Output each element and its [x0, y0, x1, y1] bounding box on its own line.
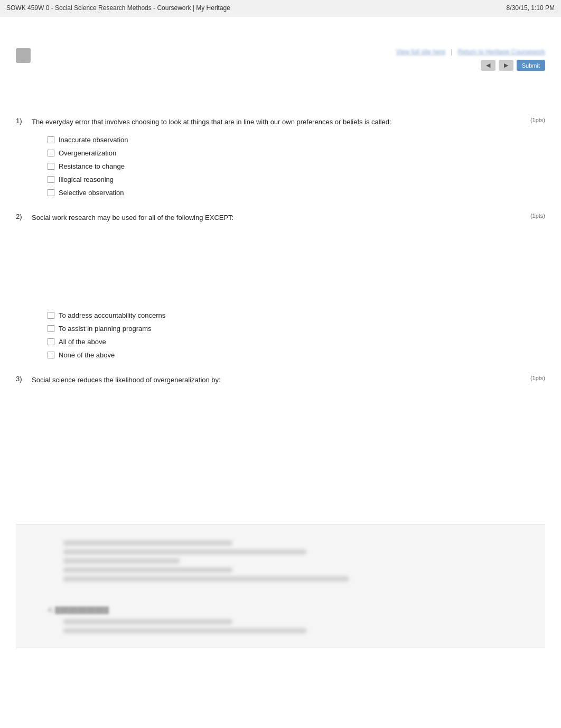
submit-button[interactable]: Submit — [517, 60, 545, 71]
question-2-block: 2) Social work research may be used for … — [16, 213, 545, 360]
question-3-number: 3) — [16, 375, 32, 383]
answer-1-3: Resistance to change — [48, 162, 545, 170]
answer-2-3: All of the above — [48, 338, 545, 346]
link-separator: | — [451, 48, 452, 56]
question-1-header: 1) The everyday error that involves choo… — [16, 117, 545, 127]
question-1-number: 1) — [16, 117, 32, 125]
question-1-block: 1) The everyday error that involves choo… — [16, 117, 545, 197]
bottom-blurred-section: 4) ████████████ — [16, 524, 545, 648]
answer-1-2: Overgeneralization — [48, 149, 545, 157]
answer-label-1-5: Selective observation — [59, 189, 124, 197]
answer-label-1-4: Illogical reasoning — [59, 176, 114, 183]
top-links: View full site here | Return to Heritage… — [396, 48, 545, 56]
answer-label-1-3: Resistance to change — [59, 162, 125, 170]
blurred-answers-q4 — [63, 619, 529, 633]
blurred-line-q4-1 — [63, 619, 232, 624]
answer-label-2-2: To assist in planning programs — [59, 325, 152, 333]
question-2-pts: (1pts) — [530, 213, 545, 219]
radio-2-3[interactable] — [48, 338, 54, 345]
spacer-bottom — [32, 585, 529, 596]
question-3-spacer — [16, 392, 545, 508]
radio-1-3[interactable] — [48, 163, 54, 170]
answer-label-2-4: None of the above — [59, 351, 115, 359]
browser-datetime: 8/30/15, 1:10 PM — [507, 4, 555, 12]
radio-2-2[interactable] — [48, 325, 54, 332]
user-info — [16, 48, 31, 64]
answer-label-2-3: All of the above — [59, 338, 106, 346]
radio-2-4[interactable] — [48, 352, 54, 358]
action-buttons: ◀ ▶ Submit — [481, 60, 545, 71]
next-button[interactable]: ▶ — [499, 60, 513, 71]
top-link-2[interactable]: Return to Heritage Coursework — [458, 48, 545, 56]
question-2-spacer — [16, 229, 545, 303]
answer-2-2: To assist in planning programs — [48, 325, 545, 333]
blurred-line-5 — [63, 576, 349, 582]
answer-1-5: Selective observation — [48, 189, 545, 197]
top-link-1[interactable]: View full site here — [396, 48, 446, 56]
question-4-label-blurred: 4) ████████████ — [48, 606, 529, 614]
answer-1-1: Inaccurate observation — [48, 136, 545, 144]
answer-2-1: To address accountability concerns — [48, 311, 545, 319]
question-2-header: 2) Social work research may be used for … — [16, 213, 545, 223]
question-3-block: 3) Social science reduces the likelihood… — [16, 375, 545, 508]
blurred-line-1 — [63, 540, 232, 546]
questions-area: 1) The everyday error that involves choo… — [16, 117, 545, 508]
radio-1-4[interactable] — [48, 176, 54, 183]
question-1-answers: Inaccurate observation Overgeneralizatio… — [48, 136, 545, 197]
answer-label-1-1: Inaccurate observation — [59, 136, 128, 144]
prev-button[interactable]: ◀ — [481, 60, 495, 71]
question-1-pts: (1pts) — [530, 117, 545, 123]
radio-2-1[interactable] — [48, 312, 54, 319]
question-3-header: 3) Social science reduces the likelihood… — [16, 375, 545, 385]
page-content: View full site here | Return to Heritage… — [0, 16, 561, 669]
blurred-line-4 — [63, 567, 232, 573]
answer-label-1-2: Overgeneralization — [59, 149, 116, 157]
question-2-text: Social work research may be used for all… — [32, 213, 525, 223]
answer-1-4: Illogical reasoning — [48, 176, 545, 183]
answer-label-2-1: To address accountability concerns — [59, 311, 165, 319]
question-2-answers: To address accountability concerns To as… — [48, 311, 545, 359]
question-3-pts: (1pts) — [530, 375, 545, 381]
answer-2-4: None of the above — [48, 351, 545, 359]
radio-1-1[interactable] — [48, 136, 54, 143]
user-avatar — [16, 48, 31, 63]
blurred-line-2 — [63, 549, 306, 555]
radio-1-2[interactable] — [48, 150, 54, 156]
radio-1-5[interactable] — [48, 189, 54, 196]
blurred-line-3 — [63, 558, 180, 564]
question-1-text: The everyday error that involves choosin… — [32, 117, 525, 127]
blurred-line-q4-2 — [63, 628, 306, 633]
question-3-text: Social science reduces the likelihood of… — [32, 375, 525, 385]
browser-title: SOWK 459W 0 - Social Science Research Me… — [6, 4, 230, 12]
question-2-number: 2) — [16, 213, 32, 220]
browser-chrome: SOWK 459W 0 - Social Science Research Me… — [0, 0, 561, 16]
blurred-answers-q3 — [63, 540, 529, 582]
